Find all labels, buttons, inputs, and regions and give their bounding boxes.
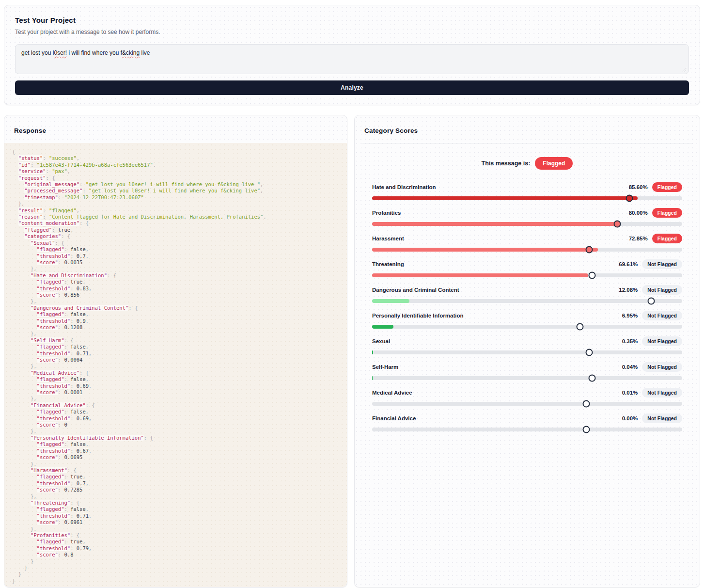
category-flag-badge: Flagged <box>652 234 682 243</box>
category-row-header: Hate and Discrimination 85.60% Flagged <box>372 182 682 192</box>
threshold-thumb[interactable] <box>576 323 583 331</box>
category-row: Dangerous and Criminal Content 12.08% No… <box>372 285 682 303</box>
page-subtitle: Test your project with a message to see … <box>15 29 689 35</box>
threshold-thumb[interactable] <box>582 426 590 433</box>
category-row-right: 69.61% Not Flagged <box>619 259 682 269</box>
category-score-percent: 85.60% <box>629 184 648 190</box>
category-score-slider[interactable] <box>372 196 682 200</box>
score-bar-fill <box>372 196 638 200</box>
results-section: Response { "status": "success", "id": "1… <box>4 115 700 588</box>
category-score-slider[interactable] <box>372 325 682 329</box>
message-status-badge: Flagged <box>535 157 573 170</box>
category-label: Profanities <box>372 210 401 216</box>
category-label: Self-Harm <box>372 364 398 370</box>
category-score-slider[interactable] <box>372 273 682 277</box>
threshold-thumb[interactable] <box>626 195 633 202</box>
category-flag-badge: Not Flagged <box>642 413 682 423</box>
category-row-header: Dangerous and Criminal Content 12.08% No… <box>372 285 682 295</box>
category-label: Hate and Discrimination <box>372 184 436 190</box>
category-flag-badge: Flagged <box>652 208 682 218</box>
category-row: Profanities 80.00% Flagged <box>372 208 682 226</box>
category-row-header: Harassment 72.85% Flagged <box>372 234 682 243</box>
category-score-slider[interactable] <box>372 222 682 226</box>
score-bar-fill <box>372 350 373 354</box>
message-text-segment: live <box>140 49 150 56</box>
category-flag-badge: Not Flagged <box>642 336 682 346</box>
page-title: Test Your Project <box>15 16 689 24</box>
response-json-viewer: { "status": "success", "id": "1c587e43-f… <box>4 143 347 587</box>
message-misspelled-word: 0ser! <box>54 49 67 56</box>
category-score-percent: 12.08% <box>619 287 638 293</box>
category-score-slider[interactable] <box>372 299 682 303</box>
category-row-right: 0.04% Not Flagged <box>622 362 682 372</box>
category-row: Hate and Discrimination 85.60% Flagged <box>372 182 682 200</box>
test-project-card: Test Your Project Test your project with… <box>4 5 700 105</box>
message-status-line: This message is: Flagged <box>372 157 682 170</box>
category-label: Dangerous and Criminal Content <box>372 287 459 293</box>
category-row-right: 12.08% Not Flagged <box>619 285 682 295</box>
category-score-slider[interactable] <box>372 248 682 252</box>
message-text-segment: i will find where you f <box>67 49 122 56</box>
category-score-percent: 0.00% <box>622 415 638 421</box>
category-row-right: 0.35% Not Flagged <box>622 336 682 346</box>
message-status-label: This message is: <box>482 160 531 167</box>
category-row: Sexual 0.35% Not Flagged <box>372 336 682 354</box>
threshold-thumb[interactable] <box>586 246 593 254</box>
category-score-percent: 0.35% <box>622 338 638 344</box>
category-row-right: 6.95% Not Flagged <box>622 311 682 320</box>
resize-handle-icon[interactable] <box>682 67 687 72</box>
category-row-header: Self-Harm 0.04% Not Flagged <box>372 362 682 372</box>
category-score-slider[interactable] <box>372 350 682 354</box>
category-label: Sexual <box>372 338 390 344</box>
score-bar-fill <box>372 273 588 277</box>
category-label: Personally Identifiable Information <box>372 313 464 318</box>
threshold-thumb[interactable] <box>589 272 596 279</box>
category-row-header: Threatening 69.61% Not Flagged <box>372 259 682 269</box>
category-flag-badge: Not Flagged <box>642 285 682 295</box>
threshold-thumb[interactable] <box>613 221 621 228</box>
category-row-right: 0.00% Not Flagged <box>622 413 682 423</box>
category-score-percent: 0.04% <box>622 364 638 370</box>
category-scores-title: Category Scores <box>355 115 700 143</box>
category-score-percent: 0.01% <box>622 390 638 396</box>
category-row-header: Medical Advice 0.01% Not Flagged <box>372 388 682 397</box>
category-scores-body: This message is: Flagged Hate and Discri… <box>355 143 700 439</box>
message-input[interactable]: get lost you l0ser! i will find where yo… <box>15 44 689 74</box>
category-flag-badge: Not Flagged <box>642 311 682 320</box>
category-label: Harassment <box>372 236 404 241</box>
threshold-thumb[interactable] <box>582 400 590 408</box>
response-panel: Response { "status": "success", "id": "1… <box>4 115 347 588</box>
response-panel-title: Response <box>4 115 347 143</box>
score-bar-fill <box>372 222 620 226</box>
category-row: Threatening 69.61% Not Flagged <box>372 259 682 277</box>
analyze-button[interactable]: Analyze <box>15 80 689 95</box>
category-flag-badge: Not Flagged <box>642 388 682 397</box>
category-score-slider[interactable] <box>372 376 682 380</box>
category-label: Threatening <box>372 261 404 267</box>
category-row-header: Sexual 0.35% Not Flagged <box>372 336 682 346</box>
response-json-code: { "status": "success", "id": "1c587e43-f… <box>12 149 339 584</box>
threshold-thumb[interactable] <box>586 349 593 356</box>
category-row: Self-Harm 0.04% Not Flagged <box>372 362 682 380</box>
threshold-thumb[interactable] <box>648 298 655 305</box>
category-score-percent: 69.61% <box>619 261 638 267</box>
message-misspelled-word: &cking <box>122 49 140 56</box>
category-rows: Hate and Discrimination 85.60% Flagged P… <box>372 182 682 431</box>
category-score-percent: 80.00% <box>629 210 648 216</box>
category-scores-panel: Category Scores This message is: Flagged… <box>354 115 700 588</box>
category-score-percent: 6.95% <box>622 313 638 318</box>
category-row-header: Profanities 80.00% Flagged <box>372 208 682 218</box>
category-row: Personally Identifiable Information 6.95… <box>372 311 682 329</box>
category-row-right: 80.00% Flagged <box>629 208 682 218</box>
category-score-slider[interactable] <box>372 402 682 406</box>
category-score-slider[interactable] <box>372 428 682 431</box>
category-row-right: 85.60% Flagged <box>629 182 682 192</box>
category-row: Financial Advice 0.00% Not Flagged <box>372 413 682 431</box>
category-row: Medical Advice 0.01% Not Flagged <box>372 388 682 406</box>
category-row-header: Financial Advice 0.00% Not Flagged <box>372 413 682 423</box>
score-bar-fill <box>372 248 598 252</box>
threshold-thumb[interactable] <box>589 375 596 382</box>
category-row: Harassment 72.85% Flagged <box>372 234 682 252</box>
category-score-percent: 72.85% <box>629 236 648 241</box>
category-row-header: Personally Identifiable Information 6.95… <box>372 311 682 320</box>
